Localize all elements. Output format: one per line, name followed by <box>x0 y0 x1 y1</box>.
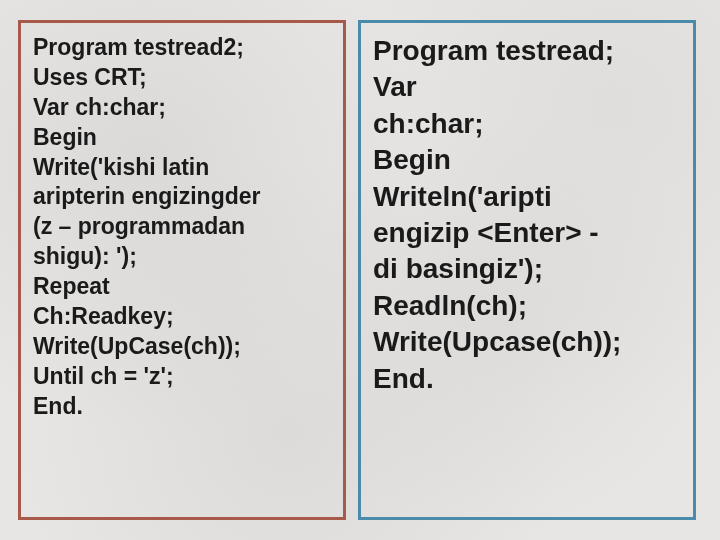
code-line: Write(Upcase(ch)); <box>373 324 681 360</box>
code-line: Uses CRT; <box>33 63 331 93</box>
code-line: Program testread2; <box>33 33 331 63</box>
code-line: Begin <box>373 142 681 178</box>
code-line: Repeat <box>33 272 331 302</box>
code-line: Program testread; <box>373 33 681 69</box>
code-line: Write(UpCase(ch)); <box>33 332 331 362</box>
code-line: End. <box>33 392 331 422</box>
code-line: Var ch:char; <box>33 93 331 123</box>
code-line: shigu): '); <box>33 242 331 272</box>
code-line: Var <box>373 69 681 105</box>
code-line: aripterin engizingder <box>33 182 331 212</box>
code-line: di basingiz'); <box>373 251 681 287</box>
code-line: Ch:Readkey; <box>33 302 331 332</box>
code-line: Readln(ch); <box>373 288 681 324</box>
code-line: (z – programmadan <box>33 212 331 242</box>
code-line: End. <box>373 361 681 397</box>
code-line: Until ch = 'z'; <box>33 362 331 392</box>
code-line: Write('kishi latin <box>33 153 331 183</box>
code-line: Writeln('aripti <box>373 179 681 215</box>
code-line: engizip <Enter> - <box>373 215 681 251</box>
left-code-box: Program testread2; Uses CRT; Var ch:char… <box>18 20 346 520</box>
code-line: ch:char; <box>373 106 681 142</box>
code-line: Begin <box>33 123 331 153</box>
right-code-box: Program testread; Var ch:char; Begin Wri… <box>358 20 696 520</box>
